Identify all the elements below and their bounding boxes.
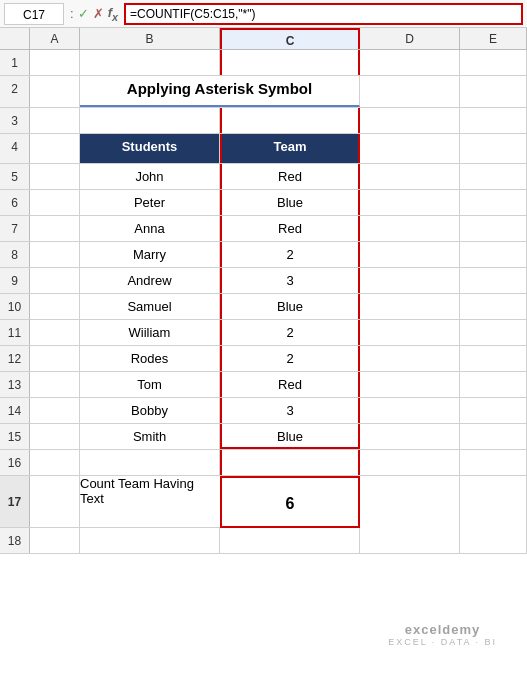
- title-cell[interactable]: Applying Asterisk Symbol: [80, 76, 360, 107]
- cell-d11[interactable]: [360, 320, 460, 345]
- cell-c14[interactable]: 3: [220, 398, 360, 423]
- table-row: 9 Andrew 3: [0, 268, 527, 294]
- cell-c16[interactable]: [220, 450, 360, 475]
- cell-c13[interactable]: Red: [220, 372, 360, 397]
- cell-b16[interactable]: [80, 450, 220, 475]
- cell-d15[interactable]: [360, 424, 460, 449]
- cell-c8[interactable]: 2: [220, 242, 360, 267]
- cell-d12[interactable]: [360, 346, 460, 371]
- row-number: 9: [0, 268, 30, 293]
- cell-e1[interactable]: [460, 50, 527, 75]
- col-header-b[interactable]: B: [80, 28, 220, 49]
- cell-a9[interactable]: [30, 268, 80, 293]
- label-cell: Count Team Having Text: [80, 476, 220, 528]
- cell-e3[interactable]: [460, 108, 527, 133]
- cell-c1[interactable]: [220, 50, 360, 75]
- cell-b1[interactable]: [80, 50, 220, 75]
- cell-e18[interactable]: [460, 528, 527, 553]
- cell-e6[interactable]: [460, 190, 527, 215]
- cell-e11[interactable]: [460, 320, 527, 345]
- cell-a14[interactable]: [30, 398, 80, 423]
- cell-b7[interactable]: Anna: [80, 216, 220, 241]
- cell-d18[interactable]: [360, 528, 460, 553]
- cell-e5[interactable]: [460, 164, 527, 189]
- cell-d6[interactable]: [360, 190, 460, 215]
- cell-c11[interactable]: 2: [220, 320, 360, 345]
- cell-e4[interactable]: [460, 134, 527, 163]
- cell-b3[interactable]: [80, 108, 220, 133]
- cell-a2[interactable]: [30, 76, 80, 107]
- checkmark-icon[interactable]: ✓: [78, 6, 89, 21]
- col-header-d[interactable]: D: [360, 28, 460, 49]
- cell-d8[interactable]: [360, 242, 460, 267]
- col-header-e[interactable]: E: [460, 28, 527, 49]
- cell-e10[interactable]: [460, 294, 527, 319]
- cell-e12[interactable]: [460, 346, 527, 371]
- cell-a17[interactable]: [30, 476, 80, 527]
- cell-c9[interactable]: 3: [220, 268, 360, 293]
- cell-e17[interactable]: [460, 476, 527, 528]
- cell-d10[interactable]: [360, 294, 460, 319]
- cell-e14[interactable]: [460, 398, 527, 423]
- cell-e9[interactable]: [460, 268, 527, 293]
- cell-c10[interactable]: Blue: [220, 294, 360, 319]
- cell-a8[interactable]: [30, 242, 80, 267]
- cell-a13[interactable]: [30, 372, 80, 397]
- cell-a15[interactable]: [30, 424, 80, 449]
- cell-e8[interactable]: [460, 242, 527, 267]
- cell-c5[interactable]: Red: [220, 164, 360, 189]
- cell-d2[interactable]: [360, 76, 460, 107]
- cell-e7[interactable]: [460, 216, 527, 241]
- cell-a3[interactable]: [30, 108, 80, 133]
- cell-a10[interactable]: [30, 294, 80, 319]
- cell-d13[interactable]: [360, 372, 460, 397]
- cell-e15[interactable]: [460, 424, 527, 449]
- cell-c6[interactable]: Blue: [220, 190, 360, 215]
- cell-c18[interactable]: [220, 528, 360, 553]
- cell-b18[interactable]: [80, 528, 220, 553]
- cell-a18[interactable]: [30, 528, 80, 553]
- cell-b9[interactable]: Andrew: [80, 268, 220, 293]
- cell-e2[interactable]: [460, 76, 527, 107]
- cell-a4[interactable]: [30, 134, 80, 163]
- cell-a5[interactable]: [30, 164, 80, 189]
- cell-d5[interactable]: [360, 164, 460, 189]
- cell-a16[interactable]: [30, 450, 80, 475]
- cell-a6[interactable]: [30, 190, 80, 215]
- cell-c12[interactable]: 2: [220, 346, 360, 371]
- cell-d4[interactable]: [360, 134, 460, 163]
- cancel-icon[interactable]: ✗: [93, 6, 104, 21]
- cell-c15[interactable]: Blue: [220, 424, 360, 449]
- cell-d3[interactable]: [360, 108, 460, 133]
- cell-b8[interactable]: Marry: [80, 242, 220, 267]
- row-number: 15: [0, 424, 30, 449]
- cell-b15[interactable]: Smith: [80, 424, 220, 449]
- result-cell[interactable]: 6: [220, 476, 360, 528]
- col-header-a[interactable]: A: [30, 28, 80, 49]
- cell-a12[interactable]: [30, 346, 80, 371]
- formula-input[interactable]: [124, 3, 523, 25]
- cell-b6[interactable]: Peter: [80, 190, 220, 215]
- cell-c7[interactable]: Red: [220, 216, 360, 241]
- cell-d1[interactable]: [360, 50, 460, 75]
- row-number-17: 17: [0, 476, 30, 527]
- cell-c3[interactable]: [220, 108, 360, 133]
- cell-d14[interactable]: [360, 398, 460, 423]
- cell-reference-box[interactable]: C17: [4, 3, 64, 25]
- cell-b14[interactable]: Bobby: [80, 398, 220, 423]
- cell-e13[interactable]: [460, 372, 527, 397]
- cell-d17[interactable]: [360, 476, 460, 528]
- cell-b5[interactable]: John: [80, 164, 220, 189]
- cell-b11[interactable]: Wiiliam: [80, 320, 220, 345]
- cell-d9[interactable]: [360, 268, 460, 293]
- cell-d7[interactable]: [360, 216, 460, 241]
- cell-e16[interactable]: [460, 450, 527, 475]
- cell-a1[interactable]: [30, 50, 80, 75]
- cell-b13[interactable]: Tom: [80, 372, 220, 397]
- cell-b12[interactable]: Rodes: [80, 346, 220, 371]
- cell-d16[interactable]: [360, 450, 460, 475]
- cell-a7[interactable]: [30, 216, 80, 241]
- cell-a11[interactable]: [30, 320, 80, 345]
- col-header-c[interactable]: C: [220, 28, 360, 49]
- cell-b10[interactable]: Samuel: [80, 294, 220, 319]
